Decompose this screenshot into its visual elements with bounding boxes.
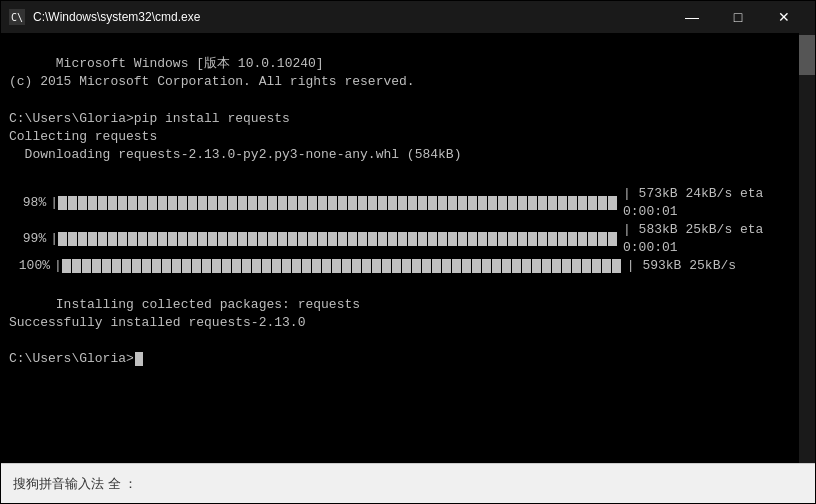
ime-text: 搜狗拼音输入法 全 ： bbox=[13, 475, 137, 493]
info-100: | 593kB 25kB/s bbox=[621, 257, 736, 275]
maximize-button[interactable]: □ bbox=[715, 1, 761, 33]
cursor bbox=[135, 352, 143, 366]
percent-99: 99% bbox=[9, 230, 50, 248]
console-output: Microsoft Windows [版本 10.0.10240] (c) 20… bbox=[9, 37, 807, 183]
scrollbar[interactable] bbox=[799, 33, 815, 463]
title-bar-left: C\ C:\Windows\system32\cmd.exe bbox=[9, 9, 200, 25]
line-7: Installing collected packages: requests bbox=[56, 297, 360, 312]
scrollbar-thumb[interactable] bbox=[799, 35, 815, 75]
progress-row-99: 99% | | 583kB 25kB/s eta 0:00:01 bbox=[9, 221, 807, 257]
info-98: | 573kB 24kB/s eta 0:00:01 bbox=[617, 185, 807, 221]
bar-98 bbox=[58, 196, 617, 210]
minimize-button[interactable]: — bbox=[669, 1, 715, 33]
pipe-98: | bbox=[50, 194, 58, 212]
line-8: Successfully installed requests-2.13.0 bbox=[9, 315, 305, 330]
progress-row-100: 100% | | 593kB 25kB/s bbox=[9, 257, 807, 275]
cmd-icon: C\ bbox=[9, 9, 25, 25]
pipe-100: | bbox=[54, 257, 62, 275]
percent-100: 100% bbox=[9, 257, 54, 275]
line-10: C:\Users\Gloria> bbox=[9, 351, 134, 366]
bar-99 bbox=[58, 232, 617, 246]
console-area[interactable]: Microsoft Windows [版本 10.0.10240] (c) 20… bbox=[1, 33, 815, 463]
cmd-window: C\ C:\Windows\system32\cmd.exe — □ ✕ Mic… bbox=[0, 0, 816, 504]
line-1: Microsoft Windows [版本 10.0.10240] bbox=[56, 56, 324, 71]
line-2: (c) 2015 Microsoft Corporation. All righ… bbox=[9, 74, 415, 89]
title-bar: C\ C:\Windows\system32\cmd.exe — □ ✕ bbox=[1, 1, 815, 33]
taskbar: 搜狗拼音输入法 全 ： bbox=[1, 463, 815, 503]
info-99: | 583kB 25kB/s eta 0:00:01 bbox=[617, 221, 807, 257]
window-title: C:\Windows\system32\cmd.exe bbox=[33, 10, 200, 24]
line-4: C:\Users\Gloria>pip install requests bbox=[9, 111, 290, 126]
line-6: Downloading requests-2.13.0-py2.py3-none… bbox=[9, 147, 461, 162]
progress-row-98: 98% | | 573kB 24kB/s eta 0:00:01 bbox=[9, 185, 807, 221]
line-5: Collecting requests bbox=[9, 129, 157, 144]
bar-100 bbox=[62, 259, 621, 273]
svg-text:C\: C\ bbox=[11, 12, 23, 23]
pipe-99: | bbox=[50, 230, 58, 248]
progress-section: 98% | | 573kB 24kB/s eta 0:00:01 99% | |… bbox=[9, 185, 807, 276]
percent-98: 98% bbox=[9, 194, 50, 212]
close-button[interactable]: ✕ bbox=[761, 1, 807, 33]
title-bar-controls: — □ ✕ bbox=[669, 1, 807, 33]
console-output-bottom: Installing collected packages: requests … bbox=[9, 277, 807, 386]
